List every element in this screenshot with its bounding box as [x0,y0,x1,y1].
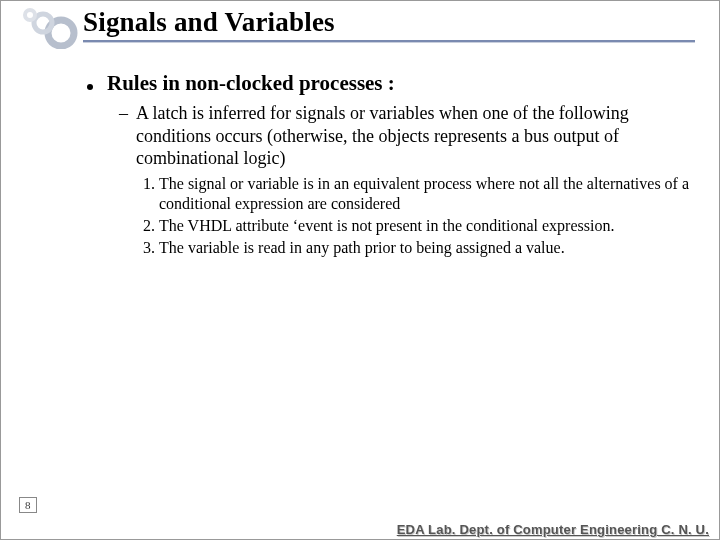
svg-point-2 [25,10,35,20]
list-number: 1. [143,174,155,214]
list-text: The variable is read in any path prior t… [159,238,565,258]
list-item: 3. The variable is read in any path prio… [143,238,691,258]
slide-body: Rules in non-clocked processes : – A lat… [87,61,691,260]
footer-text: EDA Lab. Dept. of Computer Engineering C… [397,522,709,537]
title-underline [83,40,695,43]
title-area: Signals and Variables [83,7,699,43]
numbered-list: 1. The signal or variable is in an equiv… [143,174,691,258]
page-number: 8 [19,497,37,513]
dash-icon: – [119,102,128,170]
dash-text: A latch is inferred for signals or varia… [136,102,691,170]
list-text: The signal or variable is in an equivale… [159,174,691,214]
slide-container: Signals and Variables Rules in non-clock… [0,0,720,540]
list-item: 1. The signal or variable is in an equiv… [143,174,691,214]
list-number: 3. [143,238,155,258]
list-item: 2. The VHDL attribute ‘event is not pres… [143,216,691,236]
slide-title: Signals and Variables [83,7,699,38]
bullet-level-1: Rules in non-clocked processes : [87,71,691,96]
bullet-text: Rules in non-clocked processes : [107,71,395,96]
list-number: 2. [143,216,155,236]
bullet-level-2: – A latch is inferred for signals or var… [119,102,691,170]
slide-logo-icon [13,5,83,49]
bullet-dot-icon [87,84,93,90]
list-text: The VHDL attribute ‘event is not present… [159,216,614,236]
